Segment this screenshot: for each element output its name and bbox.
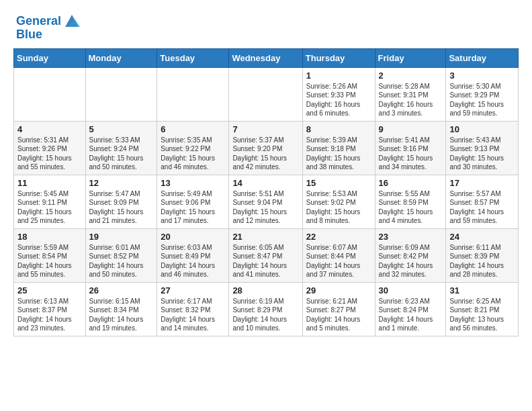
day-number: 13	[161, 178, 225, 188]
day-number: 1	[306, 71, 371, 81]
day-number: 29	[306, 285, 371, 295]
calendar-cell: 13Sunrise: 5:49 AM Sunset: 9:06 PM Dayli…	[157, 175, 229, 228]
day-number: 7	[232, 124, 298, 134]
day-number: 30	[379, 285, 443, 295]
calendar-cell: 2Sunrise: 5:28 AM Sunset: 9:31 PM Daylig…	[375, 67, 446, 121]
calendar-cell: 18Sunrise: 5:59 AM Sunset: 8:54 PM Dayli…	[14, 228, 86, 282]
day-info: Sunrise: 6:15 AM Sunset: 8:34 PM Dayligh…	[89, 297, 154, 333]
calendar-cell: 1Sunrise: 5:26 AM Sunset: 9:33 PM Daylig…	[302, 67, 375, 121]
calendar-week-row: 18Sunrise: 5:59 AM Sunset: 8:54 PM Dayli…	[14, 228, 519, 282]
day-number: 9	[379, 124, 443, 134]
calendar-cell: 22Sunrise: 6:07 AM Sunset: 8:44 PM Dayli…	[302, 228, 375, 282]
day-info: Sunrise: 6:25 AM Sunset: 8:21 PM Dayligh…	[449, 297, 515, 333]
day-info: Sunrise: 5:59 AM Sunset: 8:54 PM Dayligh…	[17, 243, 82, 279]
calendar-cell: 5Sunrise: 5:33 AM Sunset: 9:24 PM Daylig…	[85, 121, 157, 175]
day-number: 2	[379, 71, 443, 81]
day-number: 5	[89, 124, 154, 134]
day-number: 23	[379, 232, 443, 242]
calendar-cell: 31Sunrise: 6:25 AM Sunset: 8:21 PM Dayli…	[446, 282, 519, 336]
day-info: Sunrise: 6:17 AM Sunset: 8:32 PM Dayligh…	[161, 297, 225, 333]
calendar-cell: 30Sunrise: 6:23 AM Sunset: 8:24 PM Dayli…	[375, 282, 446, 336]
day-number: 27	[161, 285, 225, 295]
calendar-cell: 28Sunrise: 6:19 AM Sunset: 8:29 PM Dayli…	[229, 282, 302, 336]
day-info: Sunrise: 6:05 AM Sunset: 8:47 PM Dayligh…	[232, 243, 298, 279]
day-of-week-header: Monday	[85, 48, 157, 67]
day-of-week-header: Tuesday	[157, 48, 229, 67]
day-info: Sunrise: 5:51 AM Sunset: 9:04 PM Dayligh…	[232, 189, 298, 226]
day-info: Sunrise: 5:57 AM Sunset: 8:57 PM Dayligh…	[449, 189, 515, 226]
day-number: 17	[449, 178, 515, 188]
day-info: Sunrise: 6:13 AM Sunset: 8:37 PM Dayligh…	[17, 297, 82, 333]
day-info: Sunrise: 6:23 AM Sunset: 8:24 PM Dayligh…	[379, 297, 443, 333]
day-number: 6	[161, 124, 225, 134]
day-info: Sunrise: 6:09 AM Sunset: 8:42 PM Dayligh…	[379, 243, 443, 279]
day-number: 20	[161, 232, 225, 242]
header: General Blue	[0, 0, 532, 48]
day-info: Sunrise: 5:55 AM Sunset: 8:59 PM Dayligh…	[379, 189, 443, 226]
logo: General Blue	[16, 12, 81, 42]
day-info: Sunrise: 5:47 AM Sunset: 9:09 PM Dayligh…	[89, 189, 154, 226]
day-number: 22	[306, 232, 371, 242]
calendar-week-row: 4Sunrise: 5:31 AM Sunset: 9:26 PM Daylig…	[14, 121, 519, 175]
calendar-cell: 8Sunrise: 5:39 AM Sunset: 9:18 PM Daylig…	[302, 121, 375, 175]
day-number: 4	[17, 124, 82, 134]
day-info: Sunrise: 5:30 AM Sunset: 9:29 PM Dayligh…	[449, 82, 515, 118]
calendar-cell: 29Sunrise: 6:21 AM Sunset: 8:27 PM Dayli…	[302, 282, 375, 336]
calendar-cell: 17Sunrise: 5:57 AM Sunset: 8:57 PM Dayli…	[446, 175, 519, 228]
day-info: Sunrise: 6:03 AM Sunset: 8:49 PM Dayligh…	[161, 243, 225, 279]
day-info: Sunrise: 5:43 AM Sunset: 9:13 PM Dayligh…	[449, 136, 515, 172]
calendar-cell: 15Sunrise: 5:53 AM Sunset: 9:02 PM Dayli…	[302, 175, 375, 228]
day-number: 11	[17, 178, 82, 188]
day-number: 3	[449, 71, 515, 81]
calendar-cell: 9Sunrise: 5:41 AM Sunset: 9:16 PM Daylig…	[375, 121, 446, 175]
calendar-cell: 27Sunrise: 6:17 AM Sunset: 8:32 PM Dayli…	[157, 282, 229, 336]
day-of-week-header: Friday	[375, 48, 446, 67]
calendar-cell	[14, 67, 86, 121]
day-info: Sunrise: 6:07 AM Sunset: 8:44 PM Dayligh…	[306, 243, 371, 279]
calendar-cell: 16Sunrise: 5:55 AM Sunset: 8:59 PM Dayli…	[375, 175, 446, 228]
day-info: Sunrise: 5:37 AM Sunset: 9:20 PM Dayligh…	[232, 136, 298, 172]
calendar-cell: 25Sunrise: 6:13 AM Sunset: 8:37 PM Dayli…	[14, 282, 86, 336]
logo-icon	[62, 12, 81, 31]
day-number: 24	[449, 232, 515, 242]
calendar-cell	[85, 67, 157, 121]
day-number: 19	[89, 232, 154, 242]
calendar-cell: 24Sunrise: 6:11 AM Sunset: 8:39 PM Dayli…	[446, 228, 519, 282]
calendar-cell: 11Sunrise: 5:45 AM Sunset: 9:11 PM Dayli…	[14, 175, 86, 228]
day-number: 31	[449, 285, 515, 295]
day-info: Sunrise: 5:33 AM Sunset: 9:24 PM Dayligh…	[89, 136, 154, 172]
day-number: 28	[232, 285, 298, 295]
day-number: 14	[232, 178, 298, 188]
day-number: 8	[306, 124, 371, 134]
calendar-week-row: 25Sunrise: 6:13 AM Sunset: 8:37 PM Dayli…	[14, 282, 519, 336]
day-info: Sunrise: 5:35 AM Sunset: 9:22 PM Dayligh…	[161, 136, 225, 172]
day-of-week-header: Wednesday	[229, 48, 302, 67]
day-number: 12	[89, 178, 154, 188]
logo-text: General	[16, 15, 61, 28]
calendar-table: SundayMondayTuesdayWednesdayThursdayFrid…	[13, 48, 519, 336]
day-info: Sunrise: 5:41 AM Sunset: 9:16 PM Dayligh…	[379, 136, 443, 172]
day-number: 26	[89, 285, 154, 295]
calendar-week-row: 11Sunrise: 5:45 AM Sunset: 9:11 PM Dayli…	[14, 175, 519, 228]
calendar-cell: 14Sunrise: 5:51 AM Sunset: 9:04 PM Dayli…	[229, 175, 302, 228]
day-info: Sunrise: 5:53 AM Sunset: 9:02 PM Dayligh…	[306, 189, 371, 226]
calendar-cell: 19Sunrise: 6:01 AM Sunset: 8:52 PM Dayli…	[85, 228, 157, 282]
calendar-cell: 3Sunrise: 5:30 AM Sunset: 9:29 PM Daylig…	[446, 67, 519, 121]
day-info: Sunrise: 5:26 AM Sunset: 9:33 PM Dayligh…	[306, 82, 371, 118]
day-number: 25	[17, 285, 82, 295]
day-number: 15	[306, 178, 371, 188]
day-info: Sunrise: 5:45 AM Sunset: 9:11 PM Dayligh…	[17, 189, 82, 226]
day-of-week-header: Saturday	[446, 48, 519, 67]
day-info: Sunrise: 6:21 AM Sunset: 8:27 PM Dayligh…	[306, 297, 371, 333]
calendar-cell: 4Sunrise: 5:31 AM Sunset: 9:26 PM Daylig…	[14, 121, 86, 175]
calendar-cell: 10Sunrise: 5:43 AM Sunset: 9:13 PM Dayli…	[446, 121, 519, 175]
day-number: 16	[379, 178, 443, 188]
calendar-cell: 26Sunrise: 6:15 AM Sunset: 8:34 PM Dayli…	[85, 282, 157, 336]
calendar-cell: 20Sunrise: 6:03 AM Sunset: 8:49 PM Dayli…	[157, 228, 229, 282]
day-number: 10	[449, 124, 515, 134]
calendar-cell: 23Sunrise: 6:09 AM Sunset: 8:42 PM Dayli…	[375, 228, 446, 282]
day-info: Sunrise: 6:01 AM Sunset: 8:52 PM Dayligh…	[89, 243, 154, 279]
day-info: Sunrise: 6:19 AM Sunset: 8:29 PM Dayligh…	[232, 297, 298, 333]
calendar-cell: 21Sunrise: 6:05 AM Sunset: 8:47 PM Dayli…	[229, 228, 302, 282]
calendar-cell: 7Sunrise: 5:37 AM Sunset: 9:20 PM Daylig…	[229, 121, 302, 175]
